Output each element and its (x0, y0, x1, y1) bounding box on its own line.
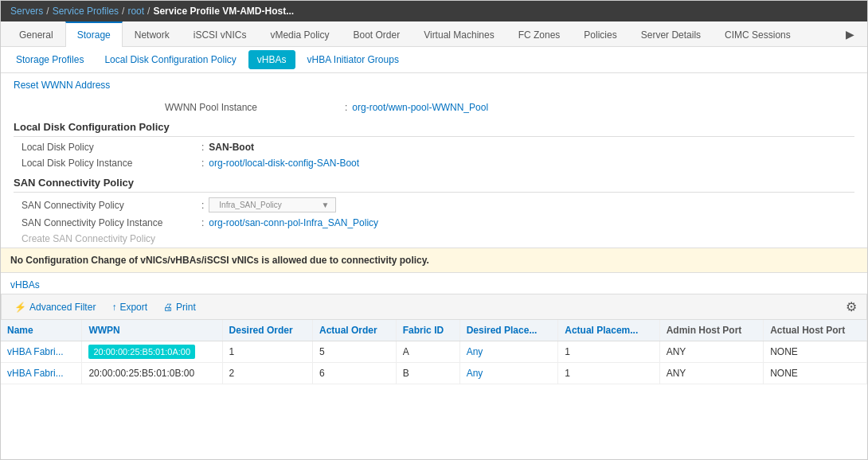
gear-icon[interactable]: ⚙ (846, 299, 857, 314)
tab-virtual-machines[interactable]: Virtual Machines (412, 22, 506, 47)
cell-wwpn: 20:00:00:25:B5:01:0B:00 (82, 363, 222, 384)
wwpn-value: 20:00:00:25:B5:01:0B:00 (88, 368, 194, 379)
cell-actual-order: 6 (312, 363, 396, 384)
filter-icon: ⚡ (14, 302, 26, 313)
export-icon: ↑ (111, 302, 116, 313)
cell-desired-place: Any (459, 341, 558, 363)
cell-actual-host-port: NONE (764, 341, 867, 363)
breadcrumb-root[interactable]: root (127, 6, 144, 17)
san-section-header: SAN Connectivity Policy (14, 177, 854, 193)
wwpn-highlight: 20:00:00:25:B5:01:0A:00 (88, 345, 195, 359)
cell-actual-place: 1 (558, 341, 659, 363)
warning-message: No Configuration Change of vNICs/vHBAs/i… (1, 248, 867, 273)
vhbas-section-label: vHBAs (1, 276, 867, 294)
export-button[interactable]: ↑ Export (108, 300, 151, 314)
cell-fabric-id: A (396, 341, 459, 363)
tab-cimc-sessions[interactable]: CIMC Sessions (713, 22, 803, 47)
cell-actual-place: 1 (558, 363, 659, 384)
top-tabs: General Storage Network iSCSI vNICs vMed… (1, 21, 867, 47)
tab-policies[interactable]: Policies (572, 22, 628, 47)
local-disk-instance-label: Local Disk Policy Instance (22, 158, 197, 169)
cell-admin-host-port: ANY (659, 363, 764, 384)
cell-name: vHBA Fabri... (1, 341, 82, 363)
tab-fc-zones[interactable]: FC Zones (506, 22, 573, 47)
cell-desired-place: Any (459, 363, 558, 384)
col-wwpn[interactable]: WWPN (82, 320, 222, 341)
col-desired-order[interactable]: Desired Order (222, 320, 312, 341)
subtab-vhba-initiator[interactable]: vHBA Initiator Groups (299, 50, 408, 69)
cell-fabric-id: B (396, 363, 459, 384)
cell-name: vHBA Fabri... (1, 363, 82, 384)
col-admin-host-port: Admin Host Port (659, 320, 764, 341)
cell-wwpn: 20:00:00:25:B5:01:0A:00 (82, 341, 222, 363)
tab-storage[interactable]: Storage (65, 21, 123, 47)
san-instance-label: SAN Connectivity Policy Instance (22, 217, 197, 228)
breadcrumb-service-profiles[interactable]: Service Profiles (53, 6, 119, 17)
local-disk-instance-value[interactable]: org-root/local-disk-config-SAN-Boot (209, 158, 359, 169)
print-icon: 🖨 (163, 302, 173, 313)
local-disk-policy-label: Local Disk Policy (22, 142, 197, 153)
cell-desired-order: 1 (222, 341, 312, 363)
subtab-local-disk[interactable]: Local Disk Configuration Policy (96, 50, 244, 69)
subtab-storage-profiles[interactable]: Storage Profiles (7, 50, 92, 69)
col-actual-place[interactable]: Actual Placem... (558, 320, 659, 341)
san-policy-label: SAN Connectivity Policy (22, 200, 197, 211)
reset-wwnn-link[interactable]: Reset WWNN Address (14, 80, 110, 91)
cell-desired-order: 2 (222, 363, 312, 384)
san-instance-value[interactable]: org-root/san-conn-pol-Infra_SAN_Policy (209, 217, 378, 228)
advanced-filter-button[interactable]: ⚡ Advanced Filter (11, 300, 99, 314)
breadcrumb-servers[interactable]: Servers (10, 6, 43, 17)
tab-general[interactable]: General (7, 22, 65, 47)
subtab-vhbas[interactable]: vHBAs (248, 50, 295, 69)
tab-arrow[interactable]: ▶ (839, 25, 861, 44)
col-name[interactable]: Name (1, 320, 82, 341)
san-policy-dropdown[interactable]: Infra_SAN_Policy ▼ (209, 197, 336, 212)
sub-tabs: Storage Profiles Local Disk Configuratio… (1, 47, 867, 73)
col-actual-host-port: Actual Host Port (764, 320, 867, 341)
table-row[interactable]: vHBA Fabri... 20:00:00:25:B5:01:0B:00 2 … (1, 363, 867, 384)
print-button[interactable]: 🖨 Print (160, 300, 199, 314)
wwnn-label: WWNN Pool Instance (165, 102, 340, 113)
vhbas-table: Name WWPN Desired Order Actual Order Fab… (1, 320, 867, 384)
breadcrumb: Servers / Service Profiles / root / Serv… (1, 1, 867, 21)
cell-admin-host-port: ANY (659, 341, 764, 363)
col-actual-order[interactable]: Actual Order (312, 320, 396, 341)
cell-actual-host-port: NONE (764, 363, 867, 384)
tab-boot-order[interactable]: Boot Order (341, 22, 412, 47)
tab-server-details[interactable]: Server Details (629, 22, 713, 47)
create-san-link: Create SAN Connectivity Policy (14, 233, 854, 244)
wwnn-value[interactable]: org-root/wwn-pool-WWNN_Pool (352, 102, 488, 113)
col-desired-place[interactable]: Desired Place... (459, 320, 558, 341)
breadcrumb-current: Service Profile VM-AMD-Host... (153, 6, 294, 17)
table-row[interactable]: vHBA Fabri... 20:00:00:25:B5:01:0A:00 1 … (1, 341, 867, 363)
col-fabric-id[interactable]: Fabric ID (396, 320, 459, 341)
tab-vmedia-policy[interactable]: vMedia Policy (258, 22, 341, 47)
cell-actual-order: 5 (312, 341, 396, 363)
tab-network[interactable]: Network (123, 22, 182, 47)
vhbas-toolbar: ⚡ Advanced Filter ↑ Export 🖨 Print ⚙ (1, 294, 867, 320)
local-disk-section-header: Local Disk Configuration Policy (14, 121, 854, 137)
local-disk-policy-value: SAN-Boot (209, 142, 254, 153)
tab-iscsi-vnics[interactable]: iSCSI vNICs (182, 22, 259, 47)
